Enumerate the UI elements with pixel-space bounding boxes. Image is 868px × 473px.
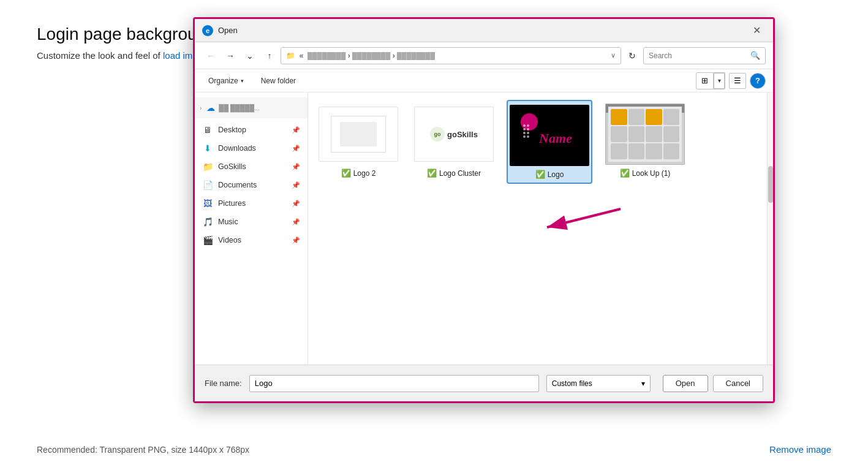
lookup-cell-3	[646, 109, 662, 125]
view-controls: ⊞ ▾ ☰ ?	[696, 72, 766, 89]
view-chevron-button[interactable]: ▾	[714, 73, 725, 89]
pictures-pin-icon: 📌	[292, 200, 300, 208]
videos-icon: 🎬	[202, 235, 213, 246]
cloud-chevron-icon: ›	[200, 105, 202, 112]
file-thumb-lookup	[605, 104, 685, 165]
organize-button[interactable]: Organize ▾	[202, 73, 250, 89]
music-label: Music	[218, 218, 238, 226]
lookup-cell-12	[663, 143, 680, 159]
file-label-logo: ✅ Logo	[535, 170, 564, 179]
sidebar-item-desktop[interactable]: 🖥 Desktop 📌	[195, 121, 308, 139]
logo-name-text: Name	[539, 131, 572, 146]
file-name-input[interactable]	[249, 375, 539, 392]
goskills-pin-icon: 📌	[292, 163, 300, 171]
sidebar-item-downloads[interactable]: ⬇ Downloads 📌	[195, 139, 308, 157]
navigation-toolbar: ← → ⌄ ↑ 📁 « ████████ › ████████ › ██████…	[195, 42, 773, 69]
desktop-pin-icon: 📌	[292, 126, 300, 134]
recent-locations-button[interactable]: ⌄	[241, 47, 259, 64]
svg-point-3	[527, 128, 529, 131]
lookup-cell-1	[611, 109, 627, 125]
file-item-lookup[interactable]: ✅ Look Up (1)	[602, 100, 688, 184]
file-item-logo2[interactable]: ✅ Logo 2	[315, 100, 401, 184]
svg-point-6	[523, 135, 526, 138]
lookup-cell-2	[628, 109, 645, 125]
logo-dots-svg	[522, 123, 540, 148]
sidebar-item-videos[interactable]: 🎬 Videos 📌	[195, 231, 308, 249]
sidebar-item-music[interactable]: 🎵 Music 📌	[195, 213, 308, 231]
check-icon-logo: ✅	[535, 170, 545, 179]
documents-label: Documents	[218, 181, 257, 189]
new-folder-button[interactable]: New folder	[255, 73, 302, 89]
search-box[interactable]: 🔍	[643, 47, 766, 64]
svg-point-0	[523, 124, 526, 127]
address-bar[interactable]: 📁 « ████████ › ████████ › ████████ ∨	[281, 47, 621, 64]
back-button[interactable]: ←	[202, 47, 219, 64]
file-item-logocluster[interactable]: go goSkills ✅ Logo Cluster	[411, 100, 497, 184]
search-input[interactable]	[649, 51, 747, 60]
address-chevron-icon: ∨	[611, 51, 616, 59]
logo2-thumbnail	[319, 107, 398, 162]
file-label-lookup: ✅ Look Up (1)	[620, 168, 671, 178]
scrollbar-thumb[interactable]	[768, 166, 773, 203]
check-icon-logo2: ✅	[341, 168, 351, 178]
goskills-logo-text: go goSkills	[430, 127, 478, 142]
sidebar-item-documents[interactable]: 📄 Documents 📌	[195, 176, 308, 194]
actions-bar: Organize ▾ New folder ⊞ ▾ ☰ ?	[195, 69, 773, 93]
svg-point-2	[523, 128, 526, 131]
grid-view-button[interactable]: ⊞	[696, 73, 714, 89]
up-button[interactable]: ↑	[261, 47, 278, 64]
lookup-cell-11	[646, 143, 662, 159]
files-area: ✅ Logo 2 go goSkills	[308, 93, 773, 365]
forward-button[interactable]: →	[222, 47, 239, 64]
files-grid: ✅ Logo 2 go goSkills	[315, 100, 766, 184]
file-name-label: File name:	[205, 379, 242, 388]
logo-thumbnail: Name	[510, 105, 589, 166]
content-area: › ☁ ██ █████... 🖥 Desktop 📌 ⬇ Downloads …	[195, 93, 773, 365]
go-circle-icon: go	[430, 127, 445, 142]
search-icon: 🔍	[750, 51, 760, 60]
logocluster-thumbnail: go goSkills	[414, 107, 494, 162]
downloads-icon: ⬇	[202, 143, 213, 154]
file-type-chevron-icon: ▾	[641, 379, 645, 388]
remove-image-link[interactable]: Remove image	[769, 444, 831, 455]
downloads-pin-icon: 📌	[292, 145, 300, 153]
pictures-label: Pictures	[218, 199, 246, 208]
sidebar-item-goskills[interactable]: 📁 GoSkills 📌	[195, 157, 308, 176]
details-view-button[interactable]: ☰	[729, 73, 746, 89]
svg-point-5	[527, 132, 529, 134]
file-item-logo[interactable]: Name ✅ Logo	[507, 100, 592, 184]
music-pin-icon: 📌	[292, 218, 300, 226]
close-button[interactable]: ✕	[747, 23, 766, 39]
cloud-label: ██ █████...	[219, 104, 260, 112]
file-label-logocluster: ✅ Logo Cluster	[427, 168, 481, 178]
check-icon-logocluster: ✅	[427, 168, 437, 178]
view-toggle-group: ⊞ ▾	[696, 72, 725, 89]
dialog-buttons: Open Cancel	[663, 375, 763, 392]
file-label-logo2: ✅ Logo 2	[341, 168, 376, 178]
cloud-icon: ☁	[206, 103, 215, 113]
sidebar-item-pictures[interactable]: 🖼 Pictures 📌	[195, 194, 308, 213]
pictures-icon: 🖼	[202, 198, 213, 209]
dialog-title: Open	[218, 26, 747, 35]
check-icon-lookup: ✅	[620, 168, 630, 178]
goskills-folder-icon: 📁	[202, 161, 213, 172]
svg-line-9	[547, 209, 621, 227]
file-type-select[interactable]: Custom files ▾	[546, 375, 651, 392]
documents-pin-icon: 📌	[292, 181, 300, 189]
file-type-label: Custom files	[552, 379, 592, 388]
scrollbar-track[interactable]	[767, 93, 773, 365]
file-thumb-logo: Name	[510, 105, 589, 166]
cancel-button[interactable]: Cancel	[713, 375, 763, 392]
svg-point-4	[523, 132, 526, 134]
lookup-cell-4	[663, 109, 680, 125]
refresh-button[interactable]: ↻	[624, 47, 641, 64]
bottom-bar: File name: Custom files ▾ Open Cancel	[195, 365, 773, 401]
lookup-grid	[608, 107, 682, 162]
recommendation-text: Recommended: Transparent PNG, size 1440p…	[37, 445, 249, 455]
lookup-cell-8	[663, 126, 680, 142]
sidebar-item-cloud[interactable]: › ☁ ██ █████...	[195, 97, 308, 118]
open-button[interactable]: Open	[663, 375, 708, 392]
sidebar-pinned-section: 🖥 Desktop 📌 ⬇ Downloads 📌 📁 GoSkills 📌	[195, 118, 308, 252]
help-button[interactable]: ?	[750, 73, 766, 89]
address-text: 📁 « ████████ › ████████ › ████████	[286, 51, 435, 60]
